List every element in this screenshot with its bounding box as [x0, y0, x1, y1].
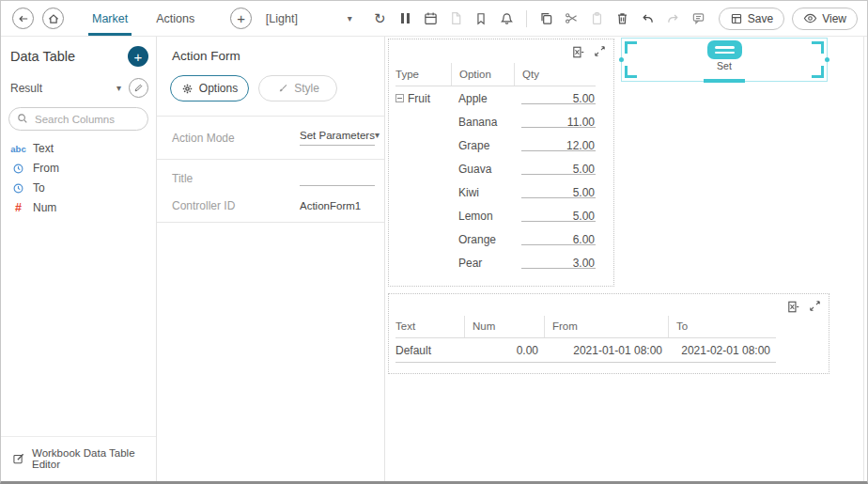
col-header-from: From	[544, 316, 668, 337]
selection-bottom-handle[interactable]	[704, 79, 745, 83]
clock-icon	[10, 163, 26, 175]
column-list: abc Text From To # Num	[8, 140, 148, 216]
table-row[interactable]: Orange 6.00	[395, 227, 596, 251]
toolbar-separator	[526, 10, 527, 27]
set-button-label: Set	[717, 60, 732, 71]
dashboard-canvas: Type Option Qty Fruit Apple 5.00 Banana …	[385, 37, 867, 481]
table-row[interactable]: Fruit Apple 5.00	[395, 86, 596, 110]
excel-export-icon[interactable]	[571, 45, 585, 59]
refresh-icon[interactable]: ↻	[372, 11, 387, 26]
chevron-down-icon[interactable]: ▾	[116, 84, 121, 93]
column-item-text[interactable]: abc Text	[8, 140, 148, 157]
calendar-icon[interactable]	[423, 11, 438, 26]
sidebar-title: Data Table	[10, 49, 75, 64]
qty-input[interactable]: 6.00	[514, 233, 596, 246]
edit-table-button[interactable]	[129, 78, 148, 98]
tab-style[interactable]: Style	[258, 75, 337, 101]
expand-icon[interactable]	[594, 45, 606, 59]
data-table-sidebar: Data Table + Result ▾ abc Text	[1, 37, 157, 481]
controller-id-value: ActionForm1	[300, 200, 375, 211]
column-item-num[interactable]: # Num	[8, 199, 148, 216]
qty-input[interactable]: 5.00	[514, 92, 596, 105]
column-item-to[interactable]: To	[8, 180, 148, 196]
view-button[interactable]: View	[792, 8, 858, 30]
tab-options[interactable]: Options	[170, 75, 249, 101]
table-row[interactable]: Kiwi 5.00	[395, 180, 596, 204]
table-row[interactable]: Default 0.00 2021-01-01 08:00 2021-02-01…	[395, 338, 776, 363]
theme-label: [Light]	[266, 12, 298, 25]
add-data-table-button[interactable]: +	[128, 46, 148, 67]
selection-mid-handle[interactable]	[825, 57, 829, 62]
table-row[interactable]: Banana 11.00	[395, 110, 596, 133]
selection-corner-handle[interactable]	[625, 66, 637, 78]
excel-export-icon[interactable]	[786, 300, 800, 314]
search-columns-input[interactable]	[8, 107, 148, 131]
chevron-down-icon: ▾	[375, 131, 380, 140]
col-header-option: Option	[451, 63, 514, 86]
collapse-group-icon[interactable]	[395, 94, 404, 102]
top-toolbar: Market Actions + [Light] ▾ ↻	[1, 1, 867, 37]
table-row[interactable]: Grape 12.00	[395, 133, 596, 157]
set-button-widget-selected[interactable]: Set	[621, 38, 828, 82]
theme-selector[interactable]: [Light] ▾	[266, 12, 352, 25]
table-row[interactable]: Pear 3.00	[395, 251, 596, 274]
main-area: Data Table + Result ▾ abc Text	[1, 37, 867, 481]
qty-input[interactable]: 5.00	[514, 163, 596, 176]
numeric-column-icon: #	[10, 201, 26, 214]
qty-input[interactable]: 5.00	[514, 186, 596, 199]
edit-square-icon	[12, 452, 25, 465]
column-item-from[interactable]: From	[8, 160, 148, 177]
table-row[interactable]: Lemon 5.00	[395, 204, 596, 227]
delete-trash-icon[interactable]	[614, 11, 629, 26]
tab-market[interactable]: Market	[88, 1, 132, 36]
paste-icon	[589, 11, 604, 26]
qty-input[interactable]: 12.00	[514, 139, 596, 152]
col-header-num: Num	[464, 316, 544, 337]
title-input[interactable]	[300, 171, 375, 186]
pencil-icon	[133, 83, 144, 93]
back-button[interactable]	[12, 8, 34, 29]
action-mode-dropdown[interactable]: Set Parameters ▾	[300, 130, 375, 146]
qty-input[interactable]: 11.00	[514, 116, 596, 129]
table-select-dropdown[interactable]: Result	[10, 82, 116, 95]
fruit-table-widget[interactable]: Type Option Qty Fruit Apple 5.00 Banana …	[388, 39, 614, 287]
eye-icon	[803, 11, 817, 25]
col-header-qty: Qty	[514, 63, 596, 86]
set-parameters-button-icon[interactable]	[707, 40, 742, 59]
add-sheet-button[interactable]: +	[230, 8, 252, 29]
undo-icon[interactable]	[640, 11, 655, 26]
col-header-to: To	[668, 316, 776, 337]
pause-icon[interactable]	[397, 11, 412, 26]
redo-icon	[665, 11, 680, 26]
save-button[interactable]: Save	[719, 8, 784, 30]
qty-input[interactable]: 5.00	[514, 210, 596, 223]
plus-icon: +	[134, 50, 143, 64]
parameter-table-header: Text Num From To	[395, 315, 776, 338]
bookmark-icon[interactable]	[473, 11, 488, 26]
field-label-action-mode: Action Mode	[172, 132, 300, 145]
selection-corner-handle[interactable]	[812, 41, 824, 54]
app-window: Market Actions + [Light] ▾ ↻	[0, 0, 868, 484]
home-button[interactable]	[42, 8, 64, 29]
selection-corner-handle[interactable]	[812, 66, 824, 78]
export-document-icon	[448, 11, 463, 26]
parameter-table-widget[interactable]: Text Num From To Default 0.00 2021-01-01…	[388, 293, 829, 374]
qty-input[interactable]: 3.00	[514, 257, 596, 270]
search-icon	[16, 112, 29, 125]
selection-mid-handle[interactable]	[619, 57, 624, 62]
workbook-tabs: Market Actions	[88, 1, 219, 36]
comment-icon[interactable]	[690, 11, 705, 26]
notifications-bell-icon[interactable]	[499, 11, 514, 26]
fruit-table-header: Type Option Qty	[395, 62, 596, 86]
home-icon	[47, 12, 60, 25]
table-row[interactable]: Guava 5.00	[395, 157, 596, 180]
selection-corner-handle[interactable]	[625, 41, 637, 54]
col-header-type: Type	[395, 69, 451, 80]
workbook-data-table-editor-link[interactable]: Workbook Data Table Editor	[1, 436, 156, 481]
brush-icon	[276, 83, 288, 95]
cut-scissors-icon[interactable]	[564, 11, 579, 26]
copy-icon[interactable]	[538, 11, 553, 26]
field-label-title: Title	[172, 172, 300, 185]
tab-actions[interactable]: Actions	[152, 1, 198, 36]
expand-icon[interactable]	[809, 300, 821, 314]
